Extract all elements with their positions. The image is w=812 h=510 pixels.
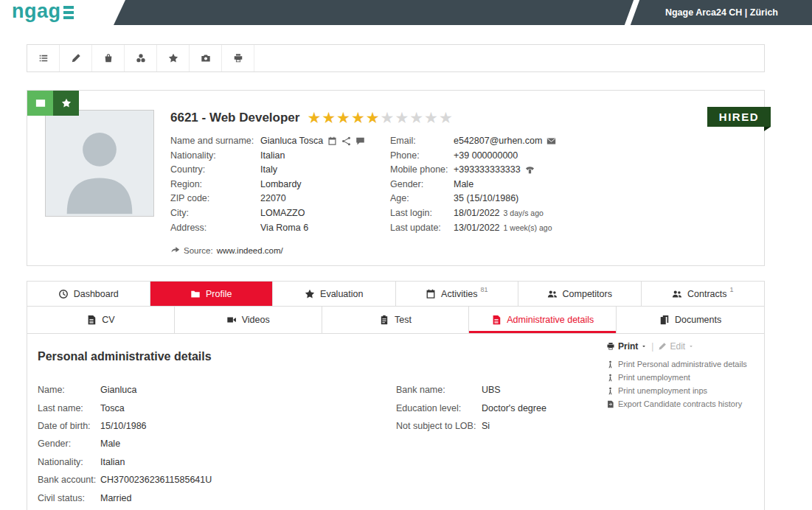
field-value: LOMAZZO xyxy=(260,206,305,221)
field-value: Si xyxy=(482,417,490,435)
menu-item-label: Print unemployment inps xyxy=(618,384,707,397)
tab-dashboard[interactable]: Dashboard xyxy=(27,282,150,306)
edit-button[interactable]: Edit xyxy=(658,341,694,352)
account-label[interactable]: Ngage Arca24 CH | Zürich xyxy=(665,0,778,25)
toolbar-price-button[interactable] xyxy=(125,45,157,71)
field-label: Country: xyxy=(170,163,260,178)
toolbar-rating-button[interactable] xyxy=(157,45,190,71)
tab-competitors[interactable]: Competitors xyxy=(518,282,642,306)
field-value: 22070 xyxy=(260,192,286,206)
rating-star-icon[interactable]: ★ xyxy=(424,110,438,125)
app-logo[interactable]: ngag xyxy=(0,0,125,25)
image-icon xyxy=(35,98,46,108)
admin-fields-right: Bank name:UBS Education level:Doctor's d… xyxy=(396,381,546,507)
candidate-photo xyxy=(45,110,154,217)
rating-star-icon[interactable]: ★ xyxy=(322,110,336,125)
rating-star-icon[interactable]: ★ xyxy=(439,110,453,125)
tab-test[interactable]: Test xyxy=(322,307,470,334)
administrative-details-panel: Print | Edit Print Personal administrati… xyxy=(27,334,765,510)
field-row: Country:Italy xyxy=(170,163,390,178)
comment-icon[interactable] xyxy=(355,136,365,146)
star-rating: ★★★★★★★★★★ xyxy=(307,110,453,125)
toolbar-print-button[interactable] xyxy=(222,45,254,71)
rating-star-icon[interactable]: ★ xyxy=(351,110,365,125)
arrow-right-icon xyxy=(170,245,180,255)
field-value: Italy xyxy=(260,163,277,178)
tab-label: Dashboard xyxy=(74,289,119,299)
person-icon xyxy=(606,387,614,395)
field-row: Bank account:CH370023623611585641U xyxy=(38,471,396,489)
calendar-icon[interactable] xyxy=(327,136,337,146)
toolbar-list-button[interactable] xyxy=(27,45,60,71)
source-row: Source: www.indeed.com/ xyxy=(170,245,746,255)
tab-label: Test xyxy=(395,315,412,325)
field-row: Last name:Tosca xyxy=(38,399,396,417)
tab-label: Videos xyxy=(242,315,270,325)
tab-documents[interactable]: Documents xyxy=(617,307,764,334)
field-value: +393333333333 xyxy=(454,163,521,178)
source-value[interactable]: www.indeed.com/ xyxy=(217,246,283,255)
tab-label: Documents xyxy=(675,315,721,325)
logo-text: ngag xyxy=(12,1,61,21)
phone-icon[interactable] xyxy=(525,165,535,175)
tab-profile[interactable]: Profile xyxy=(150,282,274,306)
rating-star-icon[interactable]: ★ xyxy=(395,110,409,125)
candidate-fields: Name and surname: Gianluca Tosca Nationa… xyxy=(170,134,746,235)
photo-button[interactable] xyxy=(27,91,53,116)
field-row: Education level:Doctor's degree xyxy=(396,399,546,417)
panel-actions: Print | Edit Print Personal administrati… xyxy=(606,341,754,411)
field-value: Tosca xyxy=(100,399,125,417)
field-label: Email: xyxy=(390,134,454,149)
print-unemployment-link[interactable]: Print unemployment xyxy=(606,371,754,384)
toolbar-camera-button[interactable] xyxy=(190,45,222,71)
rating-star-icon[interactable]: ★ xyxy=(307,110,321,125)
print-personal-admin-link[interactable]: Print Personal administrative details xyxy=(606,357,754,371)
field-value: Italian xyxy=(100,453,125,471)
field-label: Nationality: xyxy=(170,149,260,164)
tab-videos[interactable]: Videos xyxy=(175,307,322,334)
field-value: Doctor's degree xyxy=(482,399,546,417)
field-row: Last login: 18/01/2022 3 day/s ago xyxy=(390,206,556,221)
field-row: Bank name:UBS xyxy=(396,381,546,399)
field-row: Name:Gianluca xyxy=(38,381,396,399)
field-value: Lombardy xyxy=(260,178,302,192)
field-value: 13/01/2022 xyxy=(454,221,500,236)
tab-evaluation[interactable]: Evaluation xyxy=(273,282,396,306)
tab-administrative-details[interactable]: Administrative details xyxy=(469,307,617,334)
rating-star-icon[interactable]: ★ xyxy=(381,110,395,125)
field-row: Gender:Male xyxy=(38,435,396,453)
tab-activities[interactable]: Activities 81 xyxy=(396,282,519,306)
print-button[interactable]: Print xyxy=(606,341,647,352)
rating-star-icon[interactable]: ★ xyxy=(336,110,350,125)
share-icon[interactable] xyxy=(341,136,351,146)
toolbar-edit-button[interactable] xyxy=(60,45,92,71)
field-value: Via Roma 6 xyxy=(260,221,308,236)
field-row: Mobile phone: +393333333333 xyxy=(390,163,556,178)
field-value: +39 000000000 xyxy=(454,149,518,164)
candidate-fields-right: Email: e542807@urhen.com Phone:+39 00000… xyxy=(390,134,556,235)
field-value: 15/10/1986 xyxy=(100,417,147,435)
toolbar-bag-button[interactable] xyxy=(92,45,125,71)
field-label: Last name: xyxy=(38,399,100,417)
tab-cv[interactable]: CV xyxy=(27,307,175,334)
person-icon xyxy=(606,360,614,368)
field-row: Name and surname: Gianluca Tosca xyxy=(170,134,390,149)
field-value: Italian xyxy=(260,149,285,164)
rating-star-icon[interactable]: ★ xyxy=(366,110,380,125)
candidate-summary: 6621 - Web Developer ★★★★★★★★★★ Name and… xyxy=(170,110,746,255)
tab-count-badge: 1 xyxy=(729,286,733,293)
field-value: Gianluca xyxy=(100,381,136,399)
candidate-toolbar xyxy=(27,44,765,72)
print-label: Print xyxy=(618,341,638,352)
print-unemployment-inps-link[interactable]: Print unemployment inps xyxy=(606,384,754,397)
envelope-icon[interactable] xyxy=(546,136,556,146)
secondary-tabs: CV Videos Test Administrative details Do… xyxy=(27,307,765,334)
favourite-button[interactable] xyxy=(53,91,79,116)
export-contracts-history-link[interactable]: Export Candidate contracts history xyxy=(606,397,754,411)
field-row: Address:Via Roma 6 xyxy=(170,221,390,236)
admin-fields-left: Name:Gianluca Last name:Tosca Date of bi… xyxy=(38,381,396,507)
field-row: Nationality:Italian xyxy=(170,149,390,164)
rating-star-icon[interactable]: ★ xyxy=(409,110,423,125)
tab-contracts[interactable]: Contracts 1 xyxy=(642,282,765,306)
logo-e-bars-icon xyxy=(63,6,74,19)
